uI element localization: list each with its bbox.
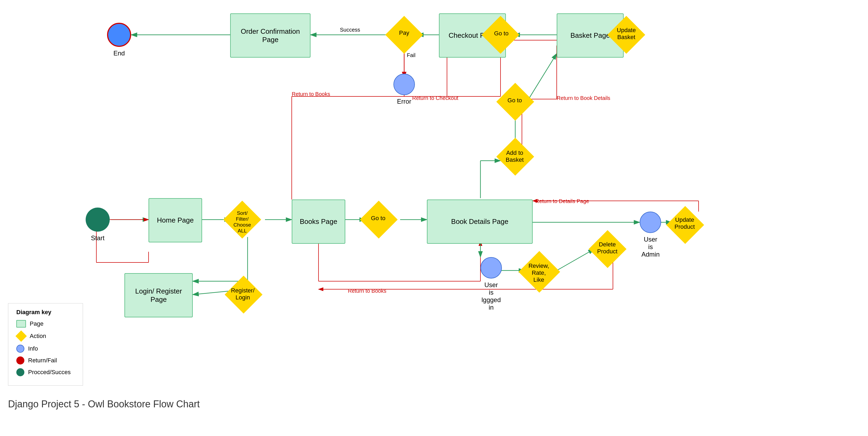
goto-diamond3-wrapper <box>365 206 392 233</box>
book-details-page: Book Details Page <box>427 200 533 244</box>
fail-label: Fail <box>407 52 415 58</box>
return-to-books-bottom: Return to Books <box>348 288 386 294</box>
return-to-details-label: Return to Details Page <box>535 198 589 204</box>
goto-diamond2-wrapper <box>502 88 529 115</box>
return-to-books-top: Return to Books <box>292 91 330 97</box>
start-node <box>86 208 110 232</box>
legend-item-return: Return/Fail <box>16 356 75 365</box>
legend-page-label: Page <box>30 320 43 327</box>
legend-item-page: Page <box>16 320 75 327</box>
legend-return-icon <box>16 356 24 365</box>
svg-line-50 <box>557 249 594 270</box>
legend-info-label: Info <box>28 345 38 352</box>
return-to-book-details-label: Return to Book Details <box>557 95 610 101</box>
legend-proceed-label: Procced/Succes <box>28 369 71 376</box>
legend-proceed-icon <box>16 368 24 376</box>
delete-product-diamond-wrapper <box>594 236 621 262</box>
legend-item-proceed: Procced/Succes <box>16 368 75 376</box>
diagram-container: End Order Confirmation Page Pay Success … <box>0 0 868 418</box>
home-page: Home Page <box>149 198 202 242</box>
update-product-diamond-wrapper <box>672 211 699 238</box>
legend-title: Diagram key <box>16 309 75 316</box>
legend-page-icon <box>16 320 26 327</box>
add-to-basket-diamond-wrapper <box>502 143 529 170</box>
success-label: Success <box>340 27 360 33</box>
user-logged-in-node <box>480 257 502 279</box>
user-is-admin-node <box>640 211 661 233</box>
end-node <box>107 23 131 47</box>
legend-item-action: Action <box>16 331 75 341</box>
goto-diamond1-wrapper <box>487 22 514 48</box>
end-label: End <box>107 50 131 57</box>
legend-action-label: Action <box>30 332 46 340</box>
legend: Diagram key Page Action Info Return/Fail… <box>8 303 83 386</box>
start-label: Start <box>84 234 111 242</box>
pay-diamond-wrapper <box>391 22 417 48</box>
legend-action-icon <box>16 330 27 342</box>
chart-title: Django Project 5 - Owl Bookstore Flow Ch… <box>8 399 200 410</box>
return-to-checkout-label: Return to Checkout <box>412 95 458 101</box>
order-confirmation-page: Order Confirmation Page <box>230 13 310 58</box>
error-label: Error <box>392 98 416 105</box>
sort-filter-diamond-wrapper <box>229 206 256 233</box>
legend-return-label: Return/Fail <box>28 357 57 364</box>
legend-item-info: Info <box>16 345 75 353</box>
review-rate-diamond-wrapper <box>525 257 554 287</box>
login-register-page: Login/ Register Page <box>124 273 193 317</box>
user-logged-in-label: User is lggged in <box>478 281 504 311</box>
register-login-diamond-wrapper <box>230 281 257 308</box>
legend-info-icon <box>16 345 24 353</box>
update-basket-diamond-wrapper <box>613 22 640 48</box>
svg-line-19 <box>529 54 557 99</box>
error-node <box>394 74 415 95</box>
books-page: Books Page <box>292 200 345 244</box>
user-is-admin-label: User is Admin <box>638 236 663 258</box>
